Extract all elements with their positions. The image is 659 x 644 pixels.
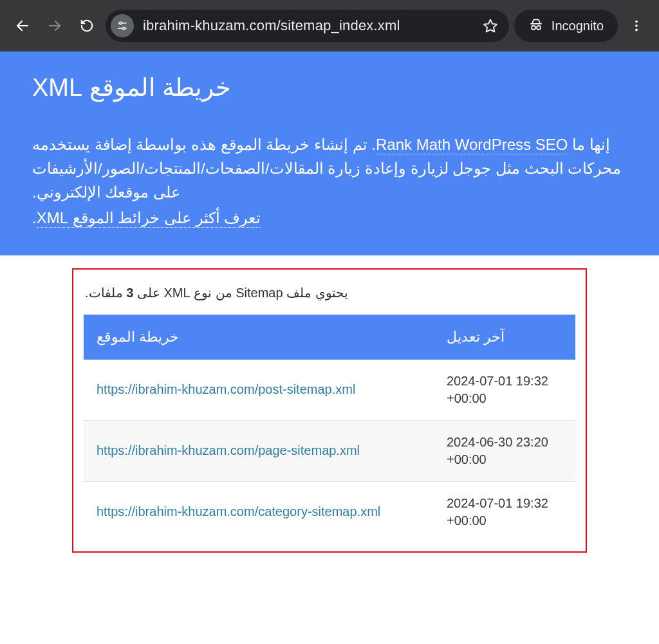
content-wrap: يحتوي ملف Sitemap من نوع XML على 3 ملفات… — [0, 255, 659, 553]
page-description: إنها ما Rank Math WordPress SEO. تم إنشا… — [32, 133, 627, 230]
reload-button[interactable] — [73, 12, 100, 39]
desc-p1-pre: إنها ما — [568, 136, 609, 153]
forward-button[interactable] — [41, 12, 68, 39]
learn-more-link[interactable]: تعرف أكثر على خرائط الموقع XML — [37, 209, 261, 228]
sitemap-box: يحتوي ملف Sitemap من نوع XML على 3 ملفات… — [72, 268, 587, 553]
url-text: ibrahim-khuzam.com/sitemap_index.xml — [143, 17, 477, 34]
back-button[interactable] — [9, 12, 36, 39]
table-row: https://ibrahim-khuzam.com/category-site… — [84, 481, 575, 542]
table-header-row: خريطة الموقع آخر تعديل — [84, 315, 575, 360]
svg-point-7 — [532, 26, 535, 30]
summary-suffix: ملفات. — [85, 286, 126, 300]
sitemap-summary: يحتوي ملف Sitemap من نوع XML على 3 ملفات… — [85, 285, 574, 300]
rankmath-link[interactable]: Rank Math WordPress SEO — [376, 136, 568, 154]
col-sitemap: خريطة الموقع — [84, 315, 434, 360]
desc-p2-post: . — [32, 209, 37, 226]
svg-point-11 — [635, 29, 638, 32]
bookmark-star-icon[interactable] — [477, 12, 504, 39]
browser-chrome: ibrahim-khuzam.com/sitemap_index.xml Inc… — [0, 0, 659, 51]
sitemap-link[interactable]: https://ibrahim-khuzam.com/category-site… — [97, 504, 380, 519]
svg-point-8 — [537, 26, 541, 30]
sitemap-link[interactable]: https://ibrahim-khuzam.com/page-sitemap.… — [97, 443, 360, 457]
svg-point-3 — [120, 22, 122, 24]
incognito-chip[interactable]: Incognito — [514, 10, 618, 42]
incognito-label: Incognito — [552, 19, 604, 33]
svg-point-10 — [635, 24, 638, 27]
svg-point-5 — [123, 27, 125, 30]
kebab-menu-button[interactable] — [623, 12, 650, 39]
address-bar[interactable]: ibrahim-khuzam.com/sitemap_index.xml — [106, 10, 509, 42]
page-title: خريطة الموقع XML — [32, 73, 627, 102]
last-modified: 2024-07-01 19:32+00:00 — [434, 481, 575, 542]
site-settings-icon[interactable] — [111, 14, 134, 37]
svg-point-9 — [635, 21, 638, 23]
table-row: https://ibrahim-khuzam.com/post-sitemap.… — [84, 360, 575, 421]
sitemap-link[interactable]: https://ibrahim-khuzam.com/post-sitemap.… — [97, 382, 355, 396]
col-modified: آخر تعديل — [434, 315, 575, 360]
incognito-icon — [528, 17, 544, 35]
sitemap-table: خريطة الموقع آخر تعديل https://ibrahim-k… — [84, 315, 575, 542]
last-modified: 2024-06-30 23:20+00:00 — [434, 420, 575, 481]
page-hero: خريطة الموقع XML إنها ما Rank Math WordP… — [0, 51, 659, 255]
summary-count: 3 — [126, 286, 133, 300]
summary-prefix: يحتوي ملف Sitemap من نوع XML على — [133, 286, 348, 300]
svg-marker-6 — [484, 20, 497, 32]
table-row: https://ibrahim-khuzam.com/page-sitemap.… — [84, 420, 575, 481]
last-modified: 2024-07-01 19:32+00:00 — [434, 360, 575, 421]
